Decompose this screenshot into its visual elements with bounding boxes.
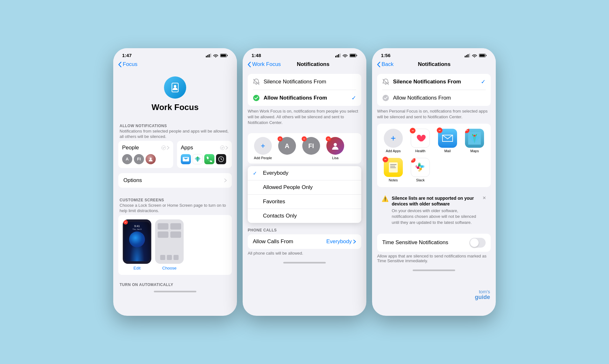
silence-allow-card-2: Silence Notifications From Allow Notific… — [248, 74, 361, 106]
svg-rect-26 — [480, 54, 485, 56]
avatar-photo — [146, 154, 156, 164]
hs-block — [170, 223, 181, 230]
hs-block — [158, 223, 168, 230]
everybody-check: ✓ — [253, 170, 259, 176]
nav-bar-1: Focus — [113, 60, 237, 70]
time-sensitive-toggle[interactable] — [469, 238, 486, 248]
turn-on-auto-label: TURN ON AUTOMATICALLY — [120, 283, 231, 287]
lock-screen-preview: − 9:41 Thu, Jan 8 — [123, 219, 151, 264]
add-apps-item[interactable]: + Add Apps — [382, 129, 404, 153]
notes-app-item: − Notes — [382, 158, 404, 182]
add-person-btn[interactable]: + — [254, 137, 272, 155]
battery-icon-3 — [479, 54, 487, 57]
time-sensitive-card: Time Sensitive Notifications — [377, 234, 491, 252]
person-lisa-wrap: − — [326, 137, 344, 155]
svg-rect-24 — [469, 54, 470, 57]
maps-app-icon: − — [465, 129, 484, 148]
slack-icon-svg — [414, 161, 426, 173]
person-lisa-name: Lisa — [332, 156, 338, 160]
nav-title-2: Notifications — [265, 61, 361, 68]
back-chevron-icon-2 — [248, 62, 251, 67]
status-icons-1 — [206, 54, 228, 57]
home-screen-container: Choose — [155, 219, 184, 270]
allow-row-2[interactable]: Allow Notifications From ✓ — [248, 90, 361, 106]
battery-icon-2 — [350, 54, 357, 57]
warning-card: ⚠️ Silence lists are not supported on yo… — [377, 191, 491, 230]
screens-container: 1:47 Focus — [113, 48, 496, 316]
silence-row-3[interactable]: Silence Notifications From ✓ — [377, 74, 491, 90]
phone-calls-header: PHONE CALLS — [243, 223, 366, 234]
customize-sub: Choose a Lock Screen or Home Screen page… — [120, 203, 231, 214]
warning-close-btn[interactable]: ✕ — [482, 195, 486, 225]
battery-icon — [220, 54, 228, 57]
people-card-title: People — [122, 145, 169, 151]
add-apps-btn[interactable]: + — [384, 129, 403, 148]
earth-illustration — [129, 231, 145, 247]
signal-icon-3 — [465, 54, 470, 57]
dropdown-allowed-people[interactable]: ✓ Allowed People Only — [248, 180, 361, 195]
svg-rect-23 — [468, 54, 468, 57]
person-item-fi: FI − — [301, 137, 321, 160]
person-phone-icon — [169, 82, 181, 93]
mail-app-item: − Mail — [436, 129, 459, 153]
phone-screen-2: 1:48 Work Focus Notifications — [243, 48, 366, 316]
hs-row-2 — [158, 231, 181, 238]
health-icon-svg — [415, 133, 426, 144]
svg-rect-13 — [337, 55, 338, 57]
svg-rect-34 — [390, 164, 396, 165]
contacts-label: Contacts Only — [263, 213, 297, 219]
person-a-minus[interactable]: − — [278, 136, 283, 141]
mail-label: Mail — [444, 149, 451, 153]
add-person-item[interactable]: + Add People — [253, 137, 273, 160]
dropdown-contacts-only[interactable]: ✓ Contacts Only — [248, 209, 361, 223]
options-card[interactable]: Options — [118, 173, 232, 188]
health-minus[interactable]: − — [410, 128, 416, 133]
maps-icon-svg — [468, 132, 481, 145]
mail-app-small — [181, 154, 191, 164]
svg-rect-0 — [206, 56, 207, 57]
signal-icon-2 — [335, 54, 341, 57]
apps-grid: + Add Apps − Health − Mail — [377, 124, 491, 187]
options-row[interactable]: Options — [118, 173, 232, 188]
time-sensitive-label: Time Sensitive Notifications — [382, 239, 448, 246]
dropdown-everybody[interactable]: ✓ Everybody — [248, 166, 361, 180]
person-fi-wrap: FI − — [302, 137, 320, 155]
notes-minus[interactable]: − — [383, 157, 388, 162]
person-fi-minus[interactable]: − — [302, 136, 307, 141]
person-lisa-minus[interactable]: − — [326, 136, 331, 141]
mail-minus[interactable]: − — [437, 127, 442, 133]
lock-minus-badge: − — [123, 220, 128, 224]
screen1-content: Work Focus ALLOW NOTIFICATIONS Notificat… — [113, 70, 237, 288]
edit-label[interactable]: Edit — [134, 266, 141, 270]
choose-label[interactable]: Choose — [162, 266, 177, 270]
maps-app-item: − Maps — [464, 129, 486, 153]
allow-row-3[interactable]: Allow Notifications From — [377, 90, 491, 106]
dropdown-favorites[interactable]: ✓ Favorites — [248, 195, 361, 209]
status-bar-3: 1:56 — [372, 48, 496, 60]
people-card[interactable]: People A FI — [118, 141, 173, 168]
favorites-label: Favorites — [263, 198, 285, 205]
people-avatars: A FI — [122, 154, 169, 164]
allow-calls-value: Everybody — [326, 238, 352, 245]
add-person-label: Add People — [254, 156, 272, 160]
status-bar-2: 1:48 — [243, 48, 366, 60]
blue-check-silence-3: ✓ — [481, 78, 486, 85]
slack-app-item: − Slack — [409, 158, 432, 182]
nav-back-focus[interactable]: Focus — [118, 61, 137, 68]
silence-row-2[interactable]: Silence Notifications From — [248, 74, 361, 90]
people-label: People — [122, 145, 139, 151]
apps-chevron-icon — [226, 146, 228, 150]
people-card-icons — [161, 146, 169, 150]
everybody-label: Everybody — [263, 170, 288, 176]
allow-calls-row[interactable]: Allow Calls From Everybody — [248, 234, 361, 249]
notes-icon-svg — [388, 162, 398, 173]
app-icons-row — [181, 154, 228, 164]
home-indicator-2 — [283, 262, 326, 263]
health-app-item: − Health — [409, 129, 432, 153]
options-label: Options — [123, 177, 142, 184]
allow-calls-value-container: Everybody — [326, 238, 356, 245]
apps-card[interactable]: Apps — [177, 141, 232, 168]
health-app-icon: − — [411, 129, 430, 148]
hs-dock — [158, 255, 181, 260]
allowed-label: Allowed People Only — [263, 184, 313, 191]
